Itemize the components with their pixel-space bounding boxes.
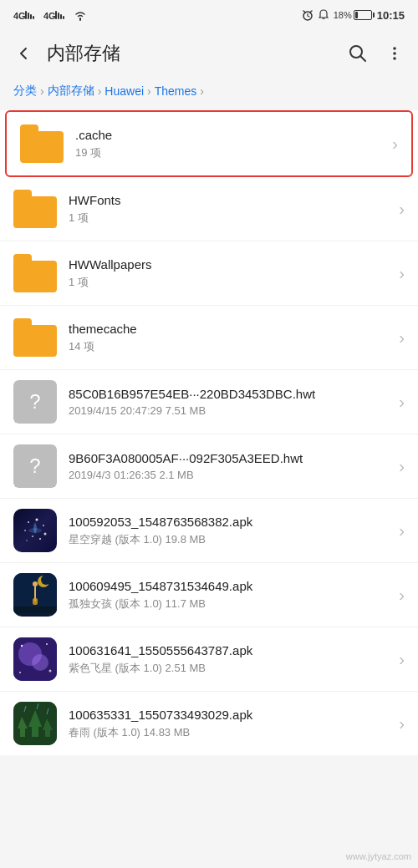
list-item[interactable]: themecache 14 项 › — [0, 306, 418, 370]
svg-point-22 — [26, 540, 28, 541]
list-item[interactable]: HWFonts 1 项 › — [0, 177, 418, 241]
back-button[interactable] — [7, 37, 40, 70]
list-item[interactable]: 100635331_1550733493029.apk 春雨 (版本 1.0) … — [0, 692, 418, 755]
svg-point-26 — [41, 575, 51, 585]
breadcrumb-item-0[interactable]: 分类 — [13, 84, 37, 99]
file-info: 85C0B16B957E54EB···220BD3453DBC.hwt 2019… — [69, 387, 392, 417]
svg-rect-4 — [33, 16, 34, 19]
breadcrumb-sep-3: › — [200, 84, 204, 98]
file-name: 100609495_1548731534649.apk — [69, 579, 392, 593]
status-left: 4G 4G — [13, 9, 87, 21]
breadcrumb-item-1[interactable]: 内部存储 — [48, 84, 94, 99]
chevron-right-icon: › — [399, 714, 405, 733]
search-icon — [349, 44, 367, 63]
file-info: 100592053_1548763568382.apk 星空穿越 (版本 1.0… — [69, 515, 392, 547]
status-bar: 4G 4G — [0, 0, 418, 30]
file-name: 100631641_1550555643787.apk — [69, 643, 392, 657]
chevron-right-icon: › — [399, 586, 405, 605]
apk-thumbnail — [13, 637, 57, 681]
svg-point-36 — [49, 670, 52, 673]
svg-point-14 — [393, 57, 396, 60]
file-meta: 紫色飞星 (版本 1.0) 2.51 MB — [69, 661, 392, 676]
breadcrumb-sep-1: › — [98, 84, 102, 98]
file-name: 85C0B16B957E54EB···220BD3453DBC.hwt — [69, 387, 392, 401]
chevron-right-icon: › — [399, 264, 405, 283]
svg-point-35 — [46, 643, 48, 645]
battery-percent-label: 18% — [334, 10, 352, 20]
list-item[interactable]: ? 85C0B16B957E54EB···220BD3453DBC.hwt 20… — [0, 370, 418, 434]
file-name: 100592053_1548763568382.apk — [69, 515, 392, 529]
file-meta: 1 项 — [69, 211, 392, 226]
svg-point-21 — [39, 538, 41, 540]
chevron-right-icon: › — [399, 650, 405, 669]
folder-icon — [13, 316, 57, 359]
more-button[interactable] — [378, 37, 411, 70]
folder-icon — [13, 187, 57, 231]
file-info: themecache 14 项 — [69, 322, 392, 354]
notification-icon — [319, 9, 329, 21]
time-label: 10:15 — [377, 9, 405, 22]
file-name: 9B60F3A080005AF···092F305A3EED.hwt — [69, 451, 392, 465]
file-name: HWFonts — [69, 193, 392, 207]
back-arrow-icon — [13, 43, 33, 63]
breadcrumb-sep-0: › — [40, 84, 44, 98]
svg-text:4G: 4G — [13, 11, 26, 21]
watermark: www.jytyaz.com — [346, 851, 411, 861]
more-icon — [385, 44, 404, 63]
svg-rect-30 — [13, 607, 57, 613]
svg-point-34 — [21, 645, 23, 647]
file-info: 100635331_1550733493029.apk 春雨 (版本 1.0) … — [69, 708, 392, 740]
carrier-label: 4G — [13, 9, 40, 21]
list-item[interactable]: 100609495_1548731534649.apk 孤独女孩 (版本 1.0… — [0, 563, 418, 627]
nav-bar: 内部存储 — [0, 30, 418, 77]
chevron-right-icon: › — [392, 135, 398, 154]
file-name: themecache — [69, 322, 392, 336]
svg-point-17 — [43, 525, 44, 526]
chevron-right-icon: › — [399, 521, 405, 541]
list-item[interactable]: HWWallpapers 1 项 › — [0, 241, 418, 306]
svg-point-18 — [24, 530, 26, 531]
list-item[interactable]: 100631641_1550555643787.apk 紫色飞星 (版本 1.0… — [0, 627, 418, 692]
svg-rect-9 — [63, 16, 64, 19]
folder-icon — [20, 122, 64, 165]
chevron-right-icon: › — [399, 393, 405, 412]
apk-thumbnail — [13, 702, 57, 745]
page-title: 内部存储 — [47, 41, 334, 66]
svg-rect-8 — [60, 14, 62, 19]
file-name: .cache — [75, 128, 385, 142]
svg-rect-1 — [25, 11, 27, 19]
file-meta: 2019/4/3 01:26:35 2.1 MB — [69, 469, 392, 481]
svg-rect-3 — [30, 14, 32, 19]
file-info: 100609495_1548731534649.apk 孤独女孩 (版本 1.0… — [69, 579, 392, 612]
alarm-icon — [302, 9, 314, 21]
file-info: HWWallpapers 1 项 — [69, 257, 392, 290]
chevron-right-icon: › — [399, 457, 405, 476]
svg-point-28 — [33, 581, 38, 586]
list-item[interactable]: ? 9B60F3A080005AF···092F305A3EED.hwt 201… — [0, 434, 418, 499]
file-meta: 14 项 — [69, 339, 392, 354]
svg-point-13 — [393, 52, 396, 55]
svg-point-16 — [36, 519, 38, 521]
svg-rect-7 — [58, 13, 59, 19]
breadcrumb-sep-2: › — [147, 84, 151, 98]
unknown-file-icon: ? — [13, 444, 57, 488]
file-info: HWFonts 1 项 — [69, 193, 392, 226]
question-mark-icon: ? — [29, 390, 40, 414]
status-right: 18% 10:15 — [302, 9, 405, 22]
chevron-right-icon: › — [399, 328, 405, 348]
svg-point-37 — [19, 672, 21, 673]
svg-point-33 — [32, 654, 48, 671]
svg-rect-6 — [55, 11, 57, 19]
list-item[interactable]: 100592053_1548763568382.apk 星空穿越 (版本 1.0… — [0, 499, 418, 563]
carrier2-signal: 4G — [43, 9, 70, 21]
svg-point-19 — [44, 533, 47, 536]
search-button[interactable] — [341, 37, 375, 70]
folder-icon — [13, 251, 57, 295]
breadcrumb-item-2[interactable]: Huawei — [104, 84, 144, 98]
file-meta: 2019/4/15 20:47:29 7.51 MB — [69, 404, 392, 417]
list-item[interactable]: .cache 19 项 › — [5, 110, 413, 177]
file-meta: 1 项 — [69, 275, 392, 290]
breadcrumb-item-3[interactable]: Themes — [155, 84, 197, 98]
file-info: 100631641_1550555643787.apk 紫色飞星 (版本 1.0… — [69, 643, 392, 676]
file-meta: 孤独女孩 (版本 1.0) 11.7 MB — [69, 596, 392, 612]
